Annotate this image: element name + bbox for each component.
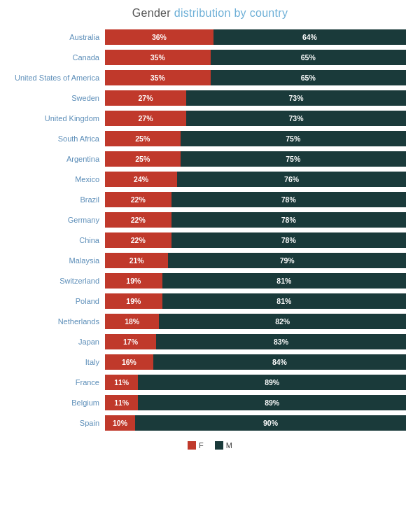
chart-row: Belgium11%89% [14,394,406,412]
country-label: Netherlands [14,317,105,326]
chart-row: Netherlands18%82% [14,312,406,331]
country-label: Japan [14,338,105,346]
bar-female: 35% [105,50,211,65]
bar-group: 11%89% [105,395,406,410]
bar-male: 89% [138,395,406,410]
bar-male: 78% [172,192,406,207]
chart-row: Malaysia21%79% [14,251,406,270]
bar-group: 24%76% [105,172,406,187]
bar-female: 24% [105,172,177,187]
country-label: United Kingdom [14,114,105,123]
bar-female: 22% [105,192,172,207]
country-label: Mexico [14,175,105,183]
bar-male: 75% [181,151,407,167]
legend-f-label: F [199,441,204,450]
bar-male: 82% [159,314,406,329]
chart-row: Sweden27%73% [14,89,406,107]
legend-m: M [215,441,232,450]
country-label: China [14,236,105,244]
chart-row: Japan17%83% [14,333,406,351]
country-label: Switzerland [14,277,105,285]
chart-row: France11%89% [14,373,406,391]
chart-row: China22%78% [14,231,406,249]
chart-row: Switzerland19%81% [14,272,406,290]
country-label: Italy [14,358,105,366]
bar-male: 75% [181,131,407,146]
legend-f: F [188,441,204,450]
bar-female: 11% [105,375,138,390]
bar-female: 17% [105,334,156,349]
bar-female: 25% [105,131,181,146]
country-label: Brazil [14,195,105,204]
bar-group: 22%78% [105,192,406,207]
country-label: Canada [14,53,105,62]
chart-row: South Africa25%75% [14,130,406,148]
bar-group: 19%81% [105,273,406,289]
chart-row: Spain10%90% [14,414,406,432]
country-label: Australia [14,33,105,41]
bar-male: 78% [172,232,406,248]
bar-male: 81% [162,273,406,289]
chart-row: Mexico24%76% [14,170,406,188]
country-label: Malaysia [14,256,105,265]
chart-row: Italy16%84% [14,353,406,371]
bar-male: 79% [168,253,406,268]
chart-title: Gender distribution by country [132,7,288,20]
chart-row: Poland19%81% [14,292,406,310]
bar-female: 19% [105,273,162,289]
country-label: Belgium [14,398,105,407]
chart-container: Australia36%64%Canada35%65%United States… [14,28,406,434]
legend-f-box [188,441,196,450]
bar-group: 35%65% [105,70,406,85]
country-label: South Africa [14,134,105,143]
country-label: Spain [14,419,105,427]
bar-male: 64% [214,29,406,45]
country-label: United States of America [14,74,105,82]
bar-female: 21% [105,253,168,268]
legend: F M [188,441,232,450]
bar-group: 18%82% [105,314,406,329]
bar-group: 36%64% [105,29,406,45]
bar-female: 35% [105,70,211,85]
bar-group: 16%84% [105,354,406,370]
chart-row: Argentina25%75% [14,150,406,168]
bar-female: 22% [105,232,172,248]
bar-male: 73% [186,90,406,106]
bar-male: 78% [172,212,406,228]
bar-group: 27%73% [105,111,406,126]
legend-m-box [215,441,223,450]
bar-male: 90% [135,415,406,431]
bar-female: 25% [105,151,181,167]
country-label: Poland [14,297,105,305]
bar-male: 65% [211,50,407,65]
bar-group: 27%73% [105,90,406,106]
bar-female: 18% [105,314,159,329]
country-label: Argentina [14,155,105,163]
bar-male: 81% [162,293,406,309]
bar-group: 17%83% [105,334,406,349]
bar-male: 65% [211,70,407,85]
bar-male: 76% [177,172,406,187]
bar-female: 36% [105,29,214,45]
bar-female: 19% [105,293,162,309]
chart-row: Canada35%65% [14,48,406,67]
chart-row: Brazil22%78% [14,190,406,209]
bar-group: 25%75% [105,131,406,146]
legend-m-label: M [226,441,232,450]
country-label: Sweden [14,94,105,102]
bar-group: 11%89% [105,375,406,390]
bar-female: 27% [105,111,186,126]
bar-male: 84% [153,354,406,370]
bar-male: 89% [138,375,406,390]
chart-row: United States of America35%65% [14,69,406,87]
bar-female: 10% [105,415,135,431]
bar-group: 22%78% [105,212,406,228]
chart-row: Germany22%78% [14,211,406,229]
bar-female: 11% [105,395,138,410]
bar-female: 27% [105,90,186,106]
bar-female: 22% [105,212,172,228]
chart-row: United Kingdom27%73% [14,109,406,127]
bar-group: 35%65% [105,50,406,65]
bar-group: 10%90% [105,415,406,431]
bar-group: 22%78% [105,232,406,248]
